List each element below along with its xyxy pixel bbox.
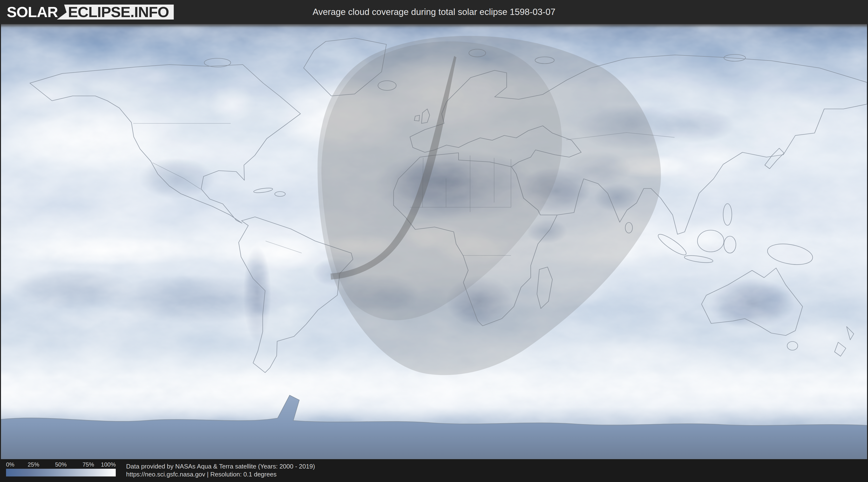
legend-tick-0: 0% xyxy=(6,461,14,468)
arctic-island-2 xyxy=(724,55,745,61)
header-bar: SOLAR ECLIPSE.INFO Average cloud coverag… xyxy=(0,0,868,24)
legend-tick-labels: 0% 25% 50% 75% 100% xyxy=(6,461,116,468)
legend-gradient-bar xyxy=(6,469,116,477)
borneo xyxy=(698,230,724,252)
cloud-coverage-legend: 0% 25% 50% 75% 100% xyxy=(6,461,116,478)
attribution-line-2: https://neo.sci.gsfc.nasa.gov | Resoluti… xyxy=(126,471,315,478)
attribution: Data provided by NASAs Aqua & Terra sate… xyxy=(126,462,315,478)
page: SOLAR ECLIPSE.INFO Average cloud coverag… xyxy=(0,0,868,482)
legend-tick-75: 75% xyxy=(83,461,94,468)
sulawesi xyxy=(724,236,736,253)
tasmania xyxy=(787,342,798,350)
legend-tick-50: 50% xyxy=(55,461,66,468)
map-top-edge-shadow xyxy=(1,24,867,28)
attribution-line-1: Data provided by NASAs Aqua & Terra sate… xyxy=(126,462,315,471)
page-title: Average cloud coverage during total sola… xyxy=(312,0,555,24)
legend-tick-25: 25% xyxy=(28,461,39,468)
footer-bar: 0% 25% 50% 75% 100% Data provided by NAS… xyxy=(0,459,868,482)
arctic-island-3 xyxy=(204,58,231,67)
logo-box: ECLIPSE.INFO xyxy=(57,5,174,20)
site-logo[interactable]: SOLAR ECLIPSE.INFO xyxy=(7,0,174,24)
legend-tick-100: 100% xyxy=(101,461,116,468)
cloud-coverage-map xyxy=(1,24,867,459)
philippines xyxy=(723,204,732,225)
logo-text-solar: SOLAR xyxy=(7,0,58,24)
world-map-svg xyxy=(1,24,867,459)
logo-text-eclipse-info: ECLIPSE.INFO xyxy=(68,4,169,20)
hispaniola xyxy=(275,192,285,196)
